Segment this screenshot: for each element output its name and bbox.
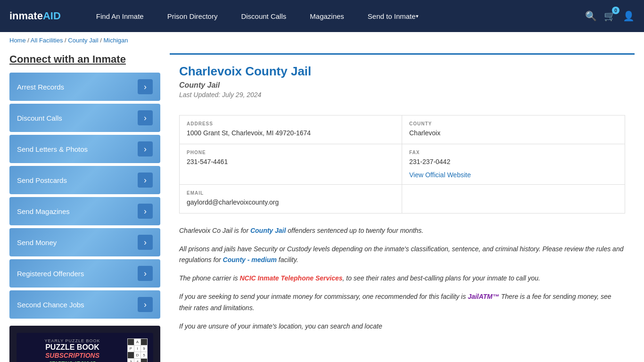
breadcrumb-county-jail[interactable]: County Jail <box>68 37 98 44</box>
sidebar-arrest-records[interactable]: Arrest Records › <box>9 73 160 101</box>
address-cell: ADDRESS 1000 Grant St, Charlevoix, MI 49… <box>180 115 402 144</box>
breadcrumb-all-facilities[interactable]: All Facilities <box>31 37 63 44</box>
breadcrumb-home[interactable]: Home <box>9 37 26 44</box>
facility-last-updated: Last Updated: July 29, 2024 <box>179 91 625 99</box>
facility-description: Charlevoix Co Jail is for County Jail of… <box>170 221 635 344</box>
breadcrumb-michigan[interactable]: Michigan <box>103 37 128 44</box>
nav-discount-calls[interactable]: Discount Calls <box>229 0 298 32</box>
county-cell: COUNTY Charlevoix <box>402 115 625 144</box>
desc-1: Charlevoix Co Jail is for County Jail of… <box>179 225 625 237</box>
fax-label: FAX <box>409 150 618 155</box>
main-nav: Find An Inmate Prison Directory Discount… <box>84 0 571 32</box>
arrow-icon: › <box>138 297 153 312</box>
desc-5: If you are unsure of your inmate's locat… <box>179 321 625 332</box>
county-jail-link-1[interactable]: County Jail <box>250 227 286 234</box>
sidebar-send-money[interactable]: Send Money › <box>9 228 160 256</box>
arrow-icon: › <box>138 141 153 156</box>
nav-prison-directory[interactable]: Prison Directory <box>156 0 230 32</box>
phone-value: 231-547-4461 <box>187 157 395 167</box>
arrow-icon: › <box>138 173 153 188</box>
phone-cell: PHONE 231-547-4461 <box>180 144 402 185</box>
facility-info-grid: ADDRESS 1000 Grant St, Charlevoix, MI 49… <box>179 115 625 214</box>
main-content: Connect with an Inmate Arrest Records › … <box>0 49 644 362</box>
cart-badge: 0 <box>612 7 619 14</box>
desc-4: If you are seeking to send your inmate m… <box>179 291 625 314</box>
arrow-icon: › <box>138 79 153 94</box>
sidebar-second-chance-jobs[interactable]: Second Chance Jobs › <box>9 290 160 319</box>
sidebar-title: Connect with an Inmate <box>9 53 160 66</box>
user-icon[interactable]: 👤 <box>623 10 635 22</box>
arrow-icon: › <box>138 266 153 281</box>
cart-icon[interactable]: 🛒 0 <box>604 10 616 22</box>
nav-magazines[interactable]: Magazines <box>298 0 356 32</box>
fax-value: 231-237-0442 <box>409 157 618 167</box>
sidebar-discount-calls[interactable]: Discount Calls › <box>9 104 160 132</box>
site-header: inmateAID Find An Inmate Prison Director… <box>0 0 644 32</box>
header-icons: 🔍 🛒 0 👤 <box>585 10 635 22</box>
phone-label: PHONE <box>187 150 395 155</box>
email-cell: EMAIL gaylordd@charlevoixcounty.org <box>180 185 402 213</box>
arrow-icon: › <box>138 110 153 125</box>
county-medium-link[interactable]: County - medium <box>223 256 277 263</box>
sidebar: Connect with an Inmate Arrest Records › … <box>9 53 160 362</box>
county-value: Charlevoix <box>409 129 618 138</box>
address-value: 1000 Grant St, Charlevoix, MI 49720-1674 <box>187 129 395 138</box>
county-label: COUNTY <box>409 121 618 126</box>
empty-cell <box>402 185 625 213</box>
email-label: EMAIL <box>187 190 395 196</box>
email-value: gaylordd@charlevoixcounty.org <box>187 198 395 207</box>
right-content: Charlevoix County Jail County Jail Last … <box>170 53 635 362</box>
search-icon[interactable]: 🔍 <box>585 10 597 22</box>
jailatm-link[interactable]: JailATM™ <box>468 293 499 300</box>
ad-banner[interactable]: A P I 9 D 5 <box>9 326 160 362</box>
arrow-icon: › <box>138 204 153 219</box>
ncic-link[interactable]: NCIC Inmate Telephone Services <box>239 274 342 282</box>
facility-type: County Jail <box>179 81 625 90</box>
breadcrumb: Home / All Facilities / County Jail / Mi… <box>0 32 644 49</box>
facility-name: Charlevoix County Jail <box>179 64 625 79</box>
sidebar-send-letters[interactable]: Send Letters & Photos › <box>9 135 160 163</box>
desc-3: The phone carrier is NCIC Inmate Telepho… <box>179 273 625 284</box>
facility-header: Charlevoix County Jail County Jail Last … <box>170 53 635 108</box>
desc-2: All prisons and jails have Security or C… <box>179 244 625 266</box>
fax-cell: FAX 231-237-0442 View Official Website <box>402 144 625 185</box>
sidebar-send-postcards[interactable]: Send Postcards › <box>9 166 160 194</box>
nav-send-to-inmate[interactable]: Send to Inmate <box>356 0 430 32</box>
sidebar-send-magazines[interactable]: Send Magazines › <box>9 197 160 225</box>
sidebar-registered-offenders[interactable]: Registered Offenders › <box>9 259 160 288</box>
view-official-website-link[interactable]: View Official Website <box>409 171 471 179</box>
arrow-icon: › <box>138 235 153 250</box>
nav-find-inmate[interactable]: Find An Inmate <box>84 0 156 32</box>
address-label: ADDRESS <box>187 121 395 126</box>
logo[interactable]: inmateAID <box>9 10 61 22</box>
